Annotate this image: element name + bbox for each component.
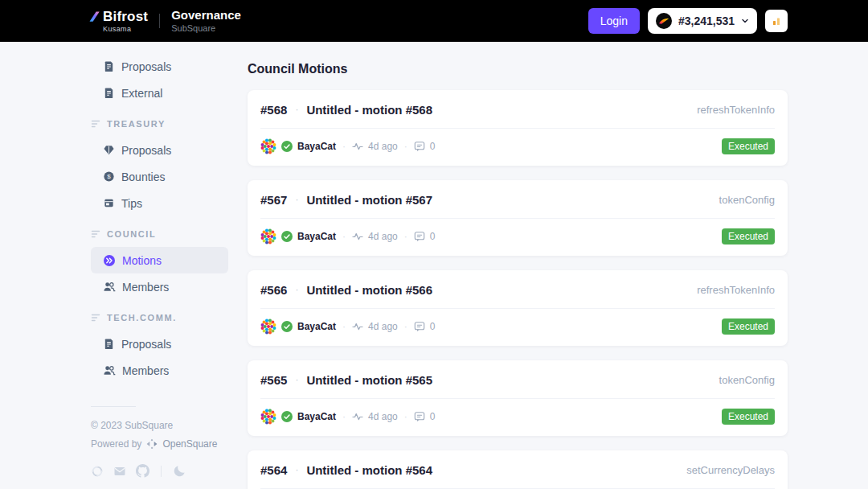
brand-network: Kusama	[103, 26, 148, 33]
motion-card[interactable]: #564·Untitled - motion #564setCurrencyDe…	[248, 450, 788, 489]
document-icon	[103, 338, 115, 350]
dot-separator: ·	[295, 191, 298, 208]
sidebar-item-tips[interactable]: Tips	[91, 190, 228, 216]
motion-age: 4d ago	[368, 411, 398, 422]
dot-separator: ·	[295, 101, 298, 118]
motion-title-wrap: #567·Untitled - motion #567	[260, 191, 432, 208]
sidebar-item-proposals[interactable]: Proposals	[91, 53, 228, 80]
header-actions: Login #3,241,531	[588, 8, 788, 34]
motion-meta: BayaCat·4d ago·0Executed	[260, 228, 775, 244]
sidebar-section-treasury: TREASURY	[80, 110, 228, 137]
motion-list: #568·Untitled - motion #568refreshTokenI…	[248, 90, 788, 489]
status-badge: Executed	[722, 138, 775, 154]
pulse-icon	[352, 411, 363, 422]
top-header: Bifrost Kusama Governance SubSquare Logi…	[0, 0, 868, 42]
motion-id: #566	[260, 281, 287, 298]
login-button[interactable]: Login	[588, 8, 640, 34]
sidebar-item-proposals[interactable]: Proposals	[91, 331, 228, 357]
bifrost-slash-icon	[88, 10, 100, 23]
sidebar-item-motions[interactable]: Motions	[91, 247, 228, 273]
motion-age: 4d ago	[368, 321, 398, 332]
dot-separator: ·	[404, 411, 407, 422]
members-icon	[103, 281, 116, 293]
motion-title: Untitled - motion #564	[306, 462, 432, 479]
social-divider	[161, 466, 162, 477]
motion-id: #568	[260, 101, 287, 118]
motion-title: Untitled - motion #567	[306, 191, 432, 208]
powered-brand-name: OpenSquare	[162, 438, 217, 450]
block-number-dropdown[interactable]: #3,241,531	[648, 8, 757, 34]
sidebar-item-label: Proposals	[121, 60, 171, 73]
dot-separator: ·	[295, 372, 298, 388]
sidebar-footer: © 2023 SubSquare Powered by OpenSquare	[80, 406, 228, 478]
svg-text:$: $	[107, 173, 111, 180]
stats-button[interactable]	[765, 10, 788, 32]
motion-card[interactable]: #567·Untitled - motion #567tokenConfigBa…	[248, 180, 788, 256]
dot-separator: ·	[404, 141, 407, 152]
opensquare-logo-icon	[145, 438, 158, 450]
motion-card[interactable]: #568·Untitled - motion #568refreshTokenI…	[248, 90, 788, 166]
motion-card-top: #566·Untitled - motion #566refreshTokenI…	[260, 281, 775, 298]
motion-author[interactable]: BayaCat	[297, 141, 336, 152]
motion-meta: BayaCat·4d ago·0Executed	[260, 318, 775, 335]
comment-count: 0	[430, 231, 436, 242]
motion-call-label: tokenConfig	[719, 194, 775, 206]
motion-card[interactable]: #566·Untitled - motion #566refreshTokenI…	[248, 270, 788, 346]
motion-title-wrap: #564·Untitled - motion #564	[260, 462, 432, 479]
pulse-icon	[352, 321, 363, 332]
motion-author[interactable]: BayaCat	[297, 411, 336, 422]
avatar	[260, 318, 276, 335]
sidebar-item-members[interactable]: Members	[91, 273, 228, 300]
motion-title: Untitled - motion #568	[306, 101, 432, 118]
powered-by[interactable]: Powered by OpenSquare	[91, 438, 228, 450]
section-label: TECH.COMM.	[107, 313, 177, 323]
sidebar: ProposalsExternalTREASURYProposals$Bount…	[80, 42, 228, 478]
dot-separator: ·	[404, 321, 407, 332]
page-container: ProposalsExternalTREASURYProposals$Bount…	[80, 42, 788, 489]
list-icon	[91, 313, 100, 323]
avatar	[260, 409, 276, 425]
motion-meta: BayaCat·4d ago·0Executed	[260, 409, 775, 425]
chevron-down-icon	[741, 17, 749, 25]
sidebar-item-members[interactable]: Members	[91, 357, 228, 384]
moon-icon[interactable]	[173, 464, 186, 478]
mail-icon[interactable]	[113, 465, 126, 478]
motion-author[interactable]: BayaCat	[297, 321, 336, 332]
motion-author[interactable]: BayaCat	[297, 231, 336, 242]
github-icon[interactable]	[136, 464, 149, 478]
header-inner: Bifrost Kusama Governance SubSquare Logi…	[80, 0, 788, 42]
status-badge: Executed	[722, 318, 775, 335]
sidebar-item-label: Proposals	[121, 144, 171, 157]
element-icon[interactable]	[91, 465, 104, 478]
pulse-icon	[352, 231, 363, 242]
motion-title-wrap: #565·Untitled - motion #565	[260, 372, 432, 388]
sidebar-item-bounties[interactable]: $Bounties	[91, 163, 228, 190]
sidebar-item-external[interactable]: External	[91, 80, 228, 106]
members-icon	[103, 364, 116, 376]
comment-count: 0	[430, 141, 436, 152]
sidebar-item-label: Motions	[122, 254, 162, 267]
sidebar-section-council: COUNCIL	[80, 220, 228, 247]
motion-title: Untitled - motion #565	[306, 372, 432, 388]
motion-meta: BayaCat·4d ago·0Executed	[260, 138, 775, 154]
platform-name: SubSquare	[171, 24, 241, 33]
kusama-logo-icon	[656, 13, 672, 29]
copyright-text: © 2023 SubSquare	[91, 420, 228, 431]
app-title: Governance SubSquare	[171, 9, 241, 33]
verified-check-icon	[281, 141, 293, 152]
card-divider	[260, 218, 775, 219]
sidebar-item-proposals[interactable]: Proposals	[91, 137, 228, 163]
motion-title: Untitled - motion #566	[306, 281, 432, 298]
card-divider	[260, 308, 775, 309]
brand[interactable]: Bifrost Kusama Governance SubSquare	[88, 9, 241, 33]
card-divider	[260, 128, 775, 129]
motion-id: #565	[260, 372, 287, 388]
sidebar-item-label: Members	[122, 364, 169, 377]
status-badge: Executed	[722, 228, 775, 244]
motion-card[interactable]: #565·Untitled - motion #565tokenConfigBa…	[248, 360, 788, 436]
sidebar-item-label: External	[121, 87, 162, 100]
document-icon	[103, 60, 115, 72]
block-number: #3,241,531	[678, 14, 735, 27]
dot-separator: ·	[342, 321, 346, 332]
dot-separator: ·	[404, 231, 407, 242]
